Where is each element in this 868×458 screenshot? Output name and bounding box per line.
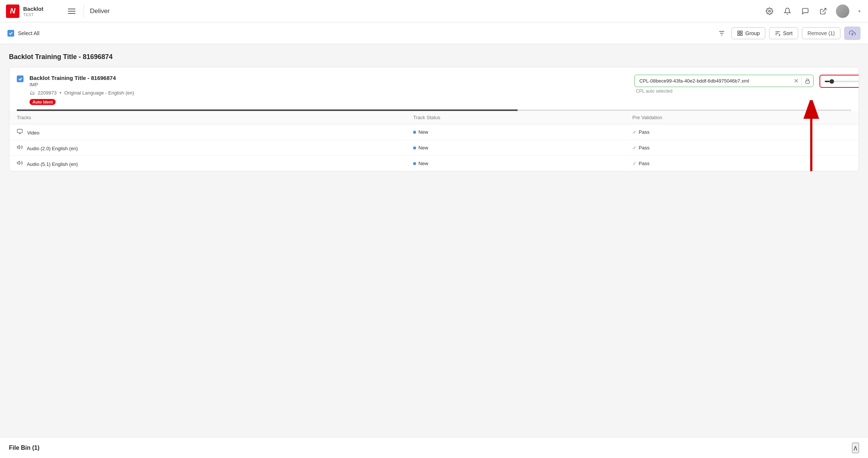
tracks-table: Tracks Track Status Pre Validation Video… — [9, 111, 859, 171]
select-all-checkbox[interactable] — [7, 30, 14, 37]
meta-id: 2209973 — [38, 90, 57, 96]
track-name: Video — [27, 130, 40, 136]
card-checkbox[interactable] — [17, 75, 24, 82]
svg-rect-8 — [741, 34, 743, 35]
top-nav: N Backlot TEST Deliver — [0, 0, 868, 22]
cpl-area: ✕ CPL auto selected — [634, 75, 814, 94]
external-link-button[interactable] — [818, 6, 828, 16]
svg-rect-13 — [806, 81, 810, 83]
svg-rect-5 — [738, 31, 740, 33]
check-icon: ✓ — [633, 161, 637, 166]
upload-button[interactable] — [844, 27, 861, 40]
card-info: Backlot Training Title - 81696874 IMP 🗂 … — [29, 75, 628, 105]
toolbar: Select All Group — [0, 22, 868, 44]
svg-marker-17 — [17, 145, 19, 149]
main-content: Backlot Training Title - 81696874 Backlo… — [0, 44, 868, 171]
svg-rect-6 — [741, 31, 743, 33]
track-icon — [17, 146, 23, 151]
track-status: New — [413, 129, 617, 135]
progress-fill — [825, 81, 830, 82]
remove-button[interactable]: Remove (1) — [802, 27, 840, 39]
track-status: New — [413, 145, 617, 151]
svg-line-1 — [822, 8, 826, 12]
svg-rect-14 — [17, 129, 22, 133]
toolbar-actions: Group Sort Remove (1) — [716, 27, 861, 40]
page-title: Deliver — [90, 7, 110, 15]
col-tracks: Tracks — [9, 111, 406, 124]
cpl-lock-button[interactable] — [802, 76, 813, 86]
track-icon — [17, 130, 23, 136]
cpl-input[interactable] — [635, 75, 791, 87]
cpl-auto-label: CPL auto selected — [634, 89, 814, 94]
table-row: Video New ✓ Pass — [9, 124, 859, 140]
track-name: Audio (5.1) English (en) — [27, 161, 78, 167]
delivery-card: Backlot Training Title - 81696874 IMP 🗂 … — [9, 67, 859, 171]
filter-button[interactable] — [716, 27, 728, 39]
progress-track — [825, 81, 859, 82]
nav-icons: ▾ — [764, 4, 862, 18]
app-name: Backlot — [23, 6, 43, 12]
card-type: IMP — [29, 82, 628, 87]
track-name: Audio (2.0) English (en) — [27, 146, 78, 151]
track-icon — [17, 161, 23, 167]
validation-status: ✓ Pass — [633, 129, 851, 135]
select-all-label[interactable]: Select All — [18, 30, 40, 36]
user-menu-chevron[interactable]: ▾ — [857, 7, 862, 15]
chat-button[interactable] — [800, 6, 811, 16]
netflix-logo: N — [6, 4, 19, 18]
track-status: New — [413, 161, 617, 166]
cpl-clear-button[interactable]: ✕ — [791, 75, 802, 87]
meta-icon: 🗂 — [29, 90, 35, 96]
validation-status: ✓ Pass — [633, 161, 851, 166]
svg-marker-18 — [17, 161, 19, 164]
cpl-input-row: ✕ — [634, 75, 814, 87]
select-all-area: Select All — [7, 30, 711, 37]
table-row: Audio (5.1) English (en) New ✓ Pass — [9, 156, 859, 171]
status-dot — [413, 146, 416, 149]
card-header: Backlot Training Title - 81696874 IMP 🗂 … — [9, 67, 859, 111]
user-avatar-button[interactable] — [836, 4, 849, 18]
svg-rect-7 — [738, 34, 740, 35]
section-title: Backlot Training Title - 81696874 — [9, 53, 859, 61]
status-dot — [413, 162, 416, 165]
validation-status: ✓ Pass — [633, 145, 851, 151]
hamburger-button[interactable] — [66, 6, 78, 16]
nav-divider — [84, 4, 84, 18]
card-meta: 🗂 2209973 • Original Language - English … — [29, 90, 628, 96]
group-button[interactable]: Group — [731, 27, 765, 39]
avatar — [836, 4, 849, 18]
col-track-status: Track Status — [406, 111, 625, 124]
settings-button[interactable] — [764, 6, 775, 16]
card-name: Backlot Training Title - 81696874 — [29, 75, 628, 81]
logo-area: N Backlot TEST — [6, 4, 66, 18]
check-icon: ✓ — [633, 129, 637, 135]
svg-point-0 — [769, 10, 771, 12]
auto-ident-badge: Auto Ident — [29, 99, 56, 105]
sort-button[interactable]: Sort — [769, 27, 798, 39]
meta-language: Original Language - English (en) — [64, 90, 134, 96]
col-pre-validation: Pre Validation — [625, 111, 859, 124]
app-subtitle: TEST — [23, 12, 43, 17]
progress-area: 9% — [819, 75, 859, 88]
notifications-button[interactable] — [782, 6, 793, 16]
check-icon: ✓ — [633, 145, 637, 151]
status-dot — [413, 131, 416, 134]
progress-handle[interactable] — [830, 79, 834, 84]
table-row: Audio (2.0) English (en) New ✓ Pass — [9, 140, 859, 156]
